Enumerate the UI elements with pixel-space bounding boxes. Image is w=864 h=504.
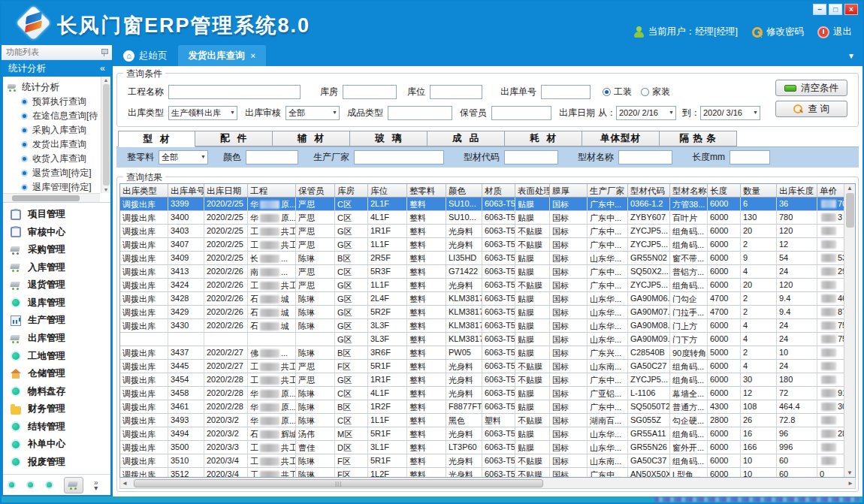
radio-gongzhuang[interactable]: 工装 [603, 86, 632, 98]
scroll-right-icon[interactable]: ► [847, 480, 853, 487]
column-header[interactable]: 材质 [482, 184, 515, 197]
material-tab-0[interactable]: 型 材 [118, 131, 195, 147]
tree-item-0[interactable]: 预算执行查询 [8, 95, 100, 109]
sidebar-item-10[interactable]: 物料盘存 [11, 384, 110, 399]
vscroll-thumb[interactable] [846, 193, 854, 228]
color-input[interactable] [246, 150, 298, 164]
table-row[interactable]: 调拨出库34072020/2/25工共工程严思G区1L1F整料光身料6063-T… [120, 238, 844, 252]
hscroll-thumb[interactable]: ||| [134, 479, 543, 487]
table-row[interactable]: 调拨出库34582020/2/28华原...陈琳C区4L1F整料光身料6063-… [120, 387, 844, 400]
sidebar-item-0[interactable]: 项目管理 [11, 207, 110, 222]
more-groups-button[interactable]: »▾ [94, 480, 98, 490]
sidebar-item-4[interactable]: 退货管理 [11, 278, 110, 293]
scroll-left-icon[interactable]: ◄ [122, 480, 128, 487]
column-header[interactable]: 单价 [817, 184, 844, 197]
profile-code-input[interactable] [504, 150, 558, 164]
logout-button[interactable]: 退出 [817, 26, 852, 38]
table-row[interactable]: 调拨出库34612020/2/28华原...陈琳B区1R2F整料F8877FT6… [120, 400, 844, 414]
column-header[interactable]: 工程 [248, 184, 296, 197]
table-row[interactable]: 调拨出库35102020/3/4工共工程陈琳F区5R1F整料光身料6063-T5… [120, 454, 844, 468]
sidebar-item-1[interactable]: 审核中心 [11, 225, 110, 240]
column-header[interactable]: 保管员 [296, 184, 335, 197]
whole-piece-select[interactable]: 全部 [159, 150, 208, 164]
tree-item-5[interactable]: 退货查询[待定] [8, 166, 100, 180]
order-no-input[interactable] [541, 85, 591, 99]
tree-horizontal-scrollbar[interactable] [3, 193, 100, 202]
maximize-button[interactable]: □ [829, 4, 842, 15]
sidebar-item-2[interactable]: 采购管理 [11, 243, 110, 258]
table-row[interactable]: 调拨出库34282020/2/26石城陈琳G区2L4F整料KLM38176063… [120, 292, 844, 306]
tree-vscroll-thumb[interactable] [103, 84, 110, 186]
sidebar-item-6[interactable]: 生产管理 [11, 313, 110, 328]
column-header[interactable]: 出库长度 [777, 184, 817, 197]
warehouse-input[interactable] [343, 85, 397, 99]
column-header[interactable]: 膜厚 [550, 184, 588, 197]
tree-item-4[interactable]: 收货入库查询 [8, 152, 100, 166]
audit-select[interactable]: 全部 [285, 106, 340, 120]
table-row[interactable]: 调拨出库35122020/3/4工共工程陈琳F区1L2F整料光身料6063-T5… [120, 468, 844, 477]
table-row[interactable]: 调拨出库33992020/2/25华原...严思C区2L1F整料SU10...6… [120, 198, 844, 211]
keeper-input[interactable] [491, 106, 551, 120]
group-dot-icon[interactable] [8, 481, 16, 489]
date-to-picker[interactable]: 2020/ 3/16 [700, 106, 760, 120]
table-row[interactable]: 调拨出库34032020/2/25工共工程严思G区1R1F整料光身料6063-T… [120, 225, 844, 238]
clear-conditions-button[interactable]: 清空条件 [775, 80, 847, 96]
table-row[interactable]: 调拨出库34132020/2/26南...严思C区5R3F整料G71422606… [120, 265, 844, 279]
tree-hscroll-thumb[interactable] [12, 195, 80, 201]
profile-name-input[interactable] [618, 150, 672, 164]
table-row[interactable]: 调拨出库34542020/2/28工共工程严思G区1R1F整料光身料6063-T… [120, 373, 844, 387]
tree-root[interactable]: 统计分析 [8, 80, 100, 95]
table-row[interactable]: 调拨出库35002020/3/3工共工程曹佳D区3L1F整料LT3P606063… [120, 441, 844, 454]
material-tab-6[interactable]: 单体型材 [582, 131, 660, 146]
sidebar-item-11[interactable]: 财务管理 [11, 402, 110, 417]
tab-overflow-caret-icon[interactable]: ▼ [847, 52, 855, 60]
tree-item-6[interactable]: 退库管理[待定] [8, 180, 100, 193]
table-row[interactable]: G区3L3F整料KLM38176063-T5贴膜国标山东华...GA90M09.… [120, 333, 844, 346]
column-header[interactable]: 颜色 [446, 184, 482, 197]
tree-vertical-scrollbar[interactable]: ▲▼ [101, 77, 110, 193]
table-row[interactable]: 调拨出库34292020/2/26石城陈琳G区5R2F整料KLM38176063… [120, 306, 844, 319]
column-header[interactable]: 库房 [335, 184, 368, 197]
table-row[interactable]: 调拨出库34302020/2/26石城陈琳G区3L3F整料KLM38176063… [120, 319, 844, 333]
sidebar-item-5[interactable]: 退库管理 [11, 295, 110, 310]
column-header[interactable]: 型材名称 [670, 184, 708, 197]
table-row[interactable]: 调拨出库34092020/2/25长...陈琳B区2R5F整料LI35HD606… [120, 252, 844, 265]
material-tab-3[interactable]: 玻 璃 [350, 131, 427, 146]
tree-item-1[interactable]: 在途信息查询[待 [8, 109, 100, 123]
group-dot-icon[interactable] [26, 481, 35, 489]
scroll-up-icon[interactable]: ▲ [104, 77, 109, 83]
sidebar-item-12[interactable]: 结转管理 [11, 419, 110, 434]
table-row[interactable]: 调拨出库34002020/2/25华原...严思C区4L1F整料SU10...6… [120, 211, 844, 225]
product-type-input[interactable] [388, 106, 452, 120]
sidebar-item-14[interactable]: 报废管理 [11, 454, 110, 469]
sidebar-section-header[interactable]: 统计分析 « [3, 60, 110, 77]
table-row[interactable]: 调拨出库34242020/2/26工共工程严思G区1L1F整料光身料6063-T… [120, 279, 844, 292]
sidebar-item-9[interactable]: 仓储管理 [11, 367, 110, 382]
change-password-button[interactable]: 修改密码 [751, 26, 804, 38]
table-row[interactable]: 调拨出库34942020/3/2石辉城汤伟M区5R1F整料光身料6063-T5贴… [120, 427, 844, 441]
table-row[interactable]: 调拨出库34452020/2/27工共工程严思F区5R1F整料光身料6063-T… [120, 360, 844, 373]
radio-jiazhuang[interactable]: 家装 [641, 86, 670, 98]
column-header[interactable]: 数量 [741, 184, 777, 197]
collapse-icon[interactable]: « [100, 63, 105, 74]
column-header[interactable]: 出库单号 [168, 184, 204, 197]
tab-home[interactable]: ⌂ 起始页 [113, 45, 178, 66]
close-button[interactable]: × [844, 4, 858, 15]
sidebar-item-8[interactable]: 工地管理 [11, 349, 110, 364]
pin-icon[interactable] [101, 48, 107, 56]
material-tab-1[interactable]: 配 件 [195, 131, 273, 146]
sidebar-item-7[interactable]: 出库管理 [11, 331, 110, 346]
material-tab-4[interactable]: 成 品 [427, 131, 505, 146]
column-header[interactable]: 库位 [368, 184, 407, 197]
tree-item-3[interactable]: 发货出库查询 [8, 137, 100, 152]
sidebar-item-3[interactable]: 入库管理 [11, 260, 110, 275]
sidebar-item-13[interactable]: 补单中心 [11, 437, 110, 452]
column-header[interactable]: 生产厂家 [588, 184, 628, 197]
horizontal-scrollbar[interactable]: ◄|||► [119, 478, 856, 489]
table-row[interactable]: 调拨出库34932020/3/2华原...陈琳C区1L1F整料黑色塑料不贴膜国标… [120, 414, 844, 427]
column-header[interactable]: 型材代码 [628, 184, 670, 197]
tree-item-2[interactable]: 采购入库查询 [8, 123, 100, 137]
column-header[interactable]: 表面处理 [515, 184, 550, 197]
minimize-button[interactable]: – [813, 4, 826, 15]
date-from-picker[interactable]: 2020/ 2/16 [616, 106, 676, 120]
